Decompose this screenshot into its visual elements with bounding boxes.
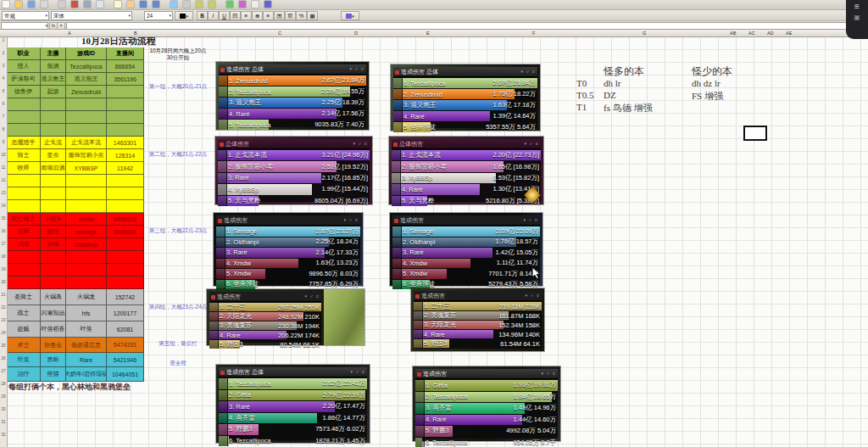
row-header-18[interactable]: 18 xyxy=(0,254,7,259)
sheet-cell[interactable]: 爱卖 xyxy=(41,149,66,162)
sheet-cell[interactable]: 游戏ID xyxy=(66,47,107,60)
sheet-cell[interactable]: 小枕头 xyxy=(41,213,66,226)
sheet-cell[interactable] xyxy=(107,187,144,200)
sheet-cell[interactable] xyxy=(7,277,41,289)
sheet-cell[interactable] xyxy=(41,98,66,111)
tier-label-cell-1[interactable]: T0.5 xyxy=(576,90,593,100)
column-header-G[interactable]: G xyxy=(643,30,646,36)
format-button-7[interactable]: 国 xyxy=(274,11,285,20)
row-header-17[interactable]: 17 xyxy=(0,242,7,246)
row-header-22[interactable]: 22 xyxy=(0,305,7,310)
font-select[interactable]: 宋体▾ xyxy=(51,11,132,20)
sheet-cell[interactable]: 骑士 xyxy=(7,149,41,162)
sheet-cell[interactable]: 止戈流本流 xyxy=(66,137,107,149)
sheet-cell[interactable]: 服饰贸易小卖 xyxy=(66,149,107,162)
sheet-cell[interactable] xyxy=(41,111,66,124)
row-header-32[interactable]: 32 xyxy=(0,433,7,437)
row-header-2[interactable]: 2 xyxy=(0,51,7,55)
sheet-cell[interactable] xyxy=(41,251,66,264)
sheet-cell[interactable] xyxy=(66,111,107,124)
sheet-cell[interactable]: 熊猫 xyxy=(41,367,66,382)
sheet-cell[interactable]: 866654 xyxy=(107,60,144,73)
row-header-11[interactable]: 11 xyxy=(0,165,7,170)
row-header-21[interactable]: 21 xyxy=(0,293,7,297)
sheet-cell[interactable] xyxy=(107,277,144,289)
sheet-cell[interactable] xyxy=(66,200,107,213)
sheet-cell[interactable]: 拼锅 xyxy=(41,238,66,251)
selected-cell[interactable] xyxy=(743,126,767,141)
row-header-7[interactable]: 7 xyxy=(0,115,7,119)
sheet-cell[interactable] xyxy=(107,238,144,251)
print-preview-icon[interactable] xyxy=(58,1,65,8)
copy-icon[interactable] xyxy=(97,1,103,8)
sheet-cell[interactable]: 法师 xyxy=(7,226,41,238)
sheet-cell[interactable]: 火锅龙 xyxy=(66,289,107,305)
group-note-yellow[interactable]: 第二组，大概21点-22点 xyxy=(147,151,209,158)
sheet-cell[interactable] xyxy=(7,124,41,137)
row-header-9[interactable]: 9 xyxy=(0,140,7,144)
row-header-26[interactable]: 26 xyxy=(0,356,7,360)
sheet-cell[interactable]: 圣骑士 xyxy=(7,289,41,305)
sheet-cell[interactable] xyxy=(107,111,144,124)
redo-icon[interactable] xyxy=(153,1,159,8)
autosum-icon[interactable] xyxy=(183,1,190,8)
sheet-cell[interactable]: 南墙旧酒 xyxy=(41,162,66,175)
sheet-cell[interactable]: 152742 xyxy=(107,289,144,305)
sheet-cell[interactable]: 盗贼 xyxy=(7,321,41,338)
sheet-cell[interactable]: Zenusdruid xyxy=(66,86,107,98)
row-header-13[interactable]: 13 xyxy=(0,191,7,195)
zoom-icon[interactable] xyxy=(252,1,259,8)
sheet-cell[interactable]: semage xyxy=(66,226,107,238)
format-button-5[interactable]: ≣ xyxy=(252,11,263,20)
tier-many-cell-0[interactable]: dh lr xyxy=(604,78,620,88)
sheet-cell[interactable]: 死亡骑士 xyxy=(7,213,41,226)
group-note-green[interactable]: 第一组，大概20点-21点 xyxy=(147,83,209,90)
sheet-cell[interactable]: Rare xyxy=(66,353,107,367)
sheet-cell[interactable]: 武僧 xyxy=(7,238,41,251)
sheet-cell[interactable] xyxy=(66,175,107,187)
sheet-cell[interactable]: 大奶牛/忍得瑞福 xyxy=(66,367,107,382)
sheet-cell[interactable]: 1463301 xyxy=(107,137,144,149)
print-icon[interactable] xyxy=(41,1,47,8)
sheet-cell[interactable]: 止戈流 xyxy=(41,137,66,149)
sheet-cell[interactable]: 恶魔猎手 xyxy=(7,137,41,149)
bottom-note-cell[interactable]: 每组打俩个本，黑心林地和黑鸦堡垒 xyxy=(8,382,131,393)
sheet-cell[interactable] xyxy=(66,277,107,289)
format-button-4[interactable]: ≡ xyxy=(241,11,252,20)
sheet-cell[interactable] xyxy=(107,175,144,187)
undo-icon[interactable] xyxy=(140,1,147,8)
column-header-B[interactable]: B xyxy=(134,30,137,36)
sheet-cell[interactable] xyxy=(107,98,144,111)
format-button-10[interactable]: ▦ xyxy=(307,11,318,20)
drawing-icon[interactable] xyxy=(239,1,246,8)
column-header-AC[interactable]: AC xyxy=(748,30,755,36)
row-header-5[interactable]: 5 xyxy=(0,89,7,93)
sheet-cell[interactable] xyxy=(66,251,107,264)
sheet-cell[interactable] xyxy=(7,175,41,187)
row-header-12[interactable]: 12 xyxy=(0,178,7,182)
row-header-6[interactable]: 6 xyxy=(0,102,7,106)
cut-icon[interactable] xyxy=(84,1,91,8)
group-note-orange[interactable]: 第五组，最后打 xyxy=(147,340,209,347)
tier-label-cell-0[interactable]: T0 xyxy=(576,78,587,88)
menu-icon[interactable]: ≡ xyxy=(846,0,868,14)
sheet-cell[interactable]: 逍义炮王 xyxy=(66,73,107,86)
overlay-widget-icon[interactable]: ▣ xyxy=(846,14,868,22)
column-header-C[interactable]: C xyxy=(278,30,281,36)
sheet-cell[interactable]: Tezcatlipoca xyxy=(66,60,107,73)
sheet-cell[interactable]: 萨满祭司 xyxy=(7,73,41,86)
help-icon[interactable] xyxy=(264,1,271,8)
sheet-cell[interactable]: 11942 xyxy=(107,162,144,175)
sheet-cell[interactable] xyxy=(66,264,107,277)
row-header-19[interactable]: 19 xyxy=(0,267,7,271)
sheet-cell[interactable]: 牧师 xyxy=(7,162,41,175)
name-box[interactable]: ▾ xyxy=(1,22,48,30)
sheet-cell[interactable]: 10464051 xyxy=(107,367,144,382)
format-button-9[interactable]: % xyxy=(296,11,307,20)
sheet-cell[interactable] xyxy=(41,175,66,187)
row-header-20[interactable]: 20 xyxy=(0,280,7,284)
edit-formula-icon[interactable]: = xyxy=(57,22,65,30)
column-header-AB[interactable]: AB xyxy=(730,30,736,36)
row-header-15[interactable]: 15 xyxy=(0,216,7,221)
sheet-cell[interactable]: 128314 xyxy=(107,149,144,162)
